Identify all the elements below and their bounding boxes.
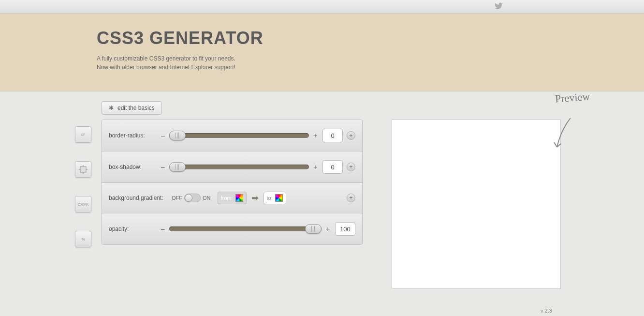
from-color-button[interactable]: from: (218, 192, 247, 204)
tagline-1: A fully customizable CSS3 generator to f… (97, 54, 644, 63)
slider-handle[interactable] (169, 162, 186, 172)
version-label: v 2.3 (541, 308, 552, 314)
slider-handle[interactable] (169, 131, 186, 140)
tagline-2: Now with older browser and Internet Expl… (97, 63, 644, 72)
add-button[interactable]: + (347, 194, 355, 202)
minus-button[interactable]: – (160, 163, 166, 171)
plus-button[interactable]: + (324, 225, 331, 233)
topbar (0, 0, 644, 14)
value-input-opacity[interactable] (335, 222, 355, 236)
on-label: ON (203, 195, 211, 201)
panel-border-radius: border-radius: – + + (102, 120, 362, 151)
value-input-box-shadow[interactable] (322, 160, 343, 174)
to-color-button[interactable]: to: (263, 192, 286, 204)
gradient-toggle[interactable] (184, 194, 201, 202)
panels: border-radius: – + + box-shadow: – (102, 120, 363, 245)
minus-button[interactable]: – (160, 132, 166, 139)
slider-handle[interactable] (305, 224, 322, 234)
color-swatch-icon (275, 194, 283, 202)
twitter-icon[interactable] (494, 2, 504, 13)
hero: CSS3 GENERATOR A fully customizable CSS3… (0, 14, 644, 91)
preview-label: Preview (555, 90, 590, 105)
slider-track[interactable] (169, 133, 309, 138)
slider-border-radius: – + (160, 132, 319, 139)
icon-box-shadow[interactable] (75, 161, 91, 178)
value-input-border-radius[interactable] (322, 129, 343, 142)
off-label: OFF (172, 195, 182, 201)
plus-button[interactable]: + (312, 163, 319, 171)
add-button[interactable]: + (347, 131, 355, 140)
gear-icon: ✱ (109, 105, 114, 111)
slider-track[interactable] (169, 165, 309, 169)
svg-rect-0 (80, 166, 86, 172)
panel-opacity: opacity: – + (102, 213, 362, 244)
preview-column: Preview (392, 101, 561, 289)
panel-gradient: background gradient: OFF ON from: ➡ to: (102, 183, 362, 213)
icon-border-radius[interactable]: 0° (75, 126, 91, 143)
slider-opacity: – + (160, 225, 331, 233)
preview-arrow-icon (551, 116, 575, 154)
label-gradient: background gradient: (109, 195, 172, 201)
add-button[interactable]: + (347, 163, 355, 171)
controls-column: ✱ edit the basics border-radius: – + + b… (102, 101, 363, 289)
edit-basics-label: edit the basics (117, 105, 155, 111)
label-opacity: opacity: (109, 226, 160, 232)
preview-box (392, 120, 561, 289)
main: 0° CMYK % ✱ edit the basics border-radiu… (0, 91, 644, 289)
panel-box-shadow: box-shadow: – + + (102, 151, 362, 183)
slider-box-shadow: – + (160, 163, 319, 171)
slider-track[interactable] (169, 226, 322, 231)
toggle-knob (185, 194, 192, 202)
label-box-shadow: box-shadow: (109, 164, 160, 170)
minus-button[interactable]: – (160, 225, 166, 233)
color-swatch-icon (235, 194, 243, 202)
page-title: CSS3 GENERATOR (97, 28, 644, 48)
label-border-radius: border-radius: (109, 132, 160, 139)
edit-basics-button[interactable]: ✱ edit the basics (102, 101, 162, 115)
icon-opacity[interactable]: % (75, 231, 91, 247)
left-icons: 0° CMYK % (75, 126, 94, 289)
arrow-icon: ➡ (251, 193, 259, 203)
icon-gradient[interactable]: CMYK (75, 196, 91, 212)
plus-button[interactable]: + (312, 132, 319, 139)
